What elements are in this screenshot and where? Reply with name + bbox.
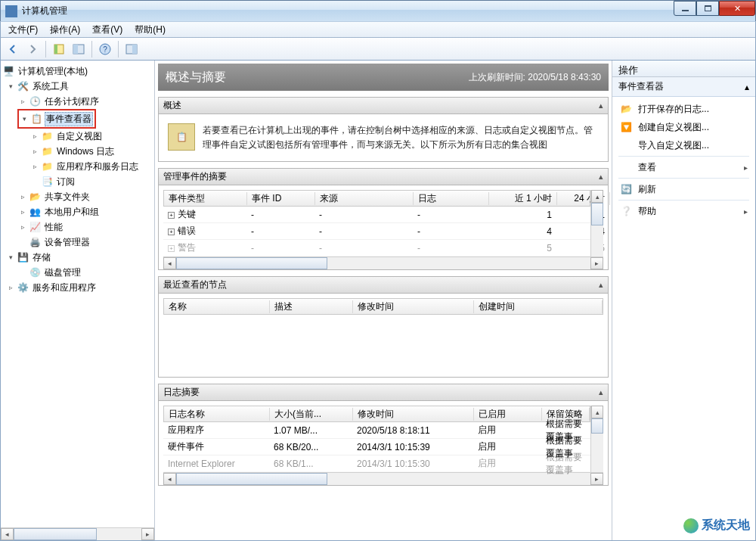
scroll-right-icon[interactable]: ▸ bbox=[590, 257, 603, 269]
scroll-left-icon[interactable]: ◂ bbox=[163, 257, 176, 269]
expand-icon[interactable]: + bbox=[168, 212, 175, 219]
tree-task-scheduler[interactable]: ▹🕒任务计划程序 bbox=[1, 94, 154, 109]
actions-section-title[interactable]: 事件查看器▴ bbox=[612, 77, 755, 97]
tree-event-viewer[interactable]: ▾📋事件查看器 bbox=[20, 111, 93, 126]
collapse-icon[interactable]: ▾ bbox=[7, 253, 15, 262]
grid-header[interactable]: 名称 描述 修改时间 创建时间 bbox=[163, 298, 603, 315]
table-row[interactable]: 应用程序1.07 MB/...2020/5/18 8:18:11启用根据需要覆盖… bbox=[163, 422, 590, 439]
action-refresh[interactable]: 🔄刷新 bbox=[612, 180, 755, 198]
col-log-name[interactable]: 日志名称 bbox=[164, 408, 270, 421]
col-log[interactable]: 日志 bbox=[414, 192, 489, 205]
tree-disk-management[interactable]: 💿磁盘管理 bbox=[1, 265, 154, 280]
expand-icon[interactable]: + bbox=[168, 229, 175, 235]
expand-icon[interactable]: ▹ bbox=[19, 208, 27, 216]
scroll-left-icon[interactable]: ◂ bbox=[163, 473, 176, 485]
table-row[interactable]: +错误---44 bbox=[163, 223, 590, 240]
recent-nodes-header[interactable]: 最近查看的节点▴ bbox=[159, 277, 608, 294]
expand-icon[interactable]: ▹ bbox=[19, 98, 27, 106]
expand-icon[interactable]: ▹ bbox=[19, 223, 27, 232]
scroll-up-icon[interactable]: ▴ bbox=[591, 190, 603, 203]
col-event-type[interactable]: 事件类型 bbox=[164, 192, 247, 205]
minimize-button[interactable] bbox=[674, 1, 696, 16]
table-row[interactable]: +关键---11 bbox=[163, 207, 590, 223]
help-button[interactable]: ? bbox=[96, 40, 114, 58]
scroll-left-icon[interactable]: ◂ bbox=[1, 528, 14, 540]
tree-performance[interactable]: ▹📈性能 bbox=[1, 219, 154, 235]
scroll-up-icon[interactable]: ▴ bbox=[591, 406, 603, 418]
scroll-thumb[interactable] bbox=[176, 257, 327, 269]
scroll-right-icon[interactable]: ▸ bbox=[590, 473, 603, 485]
action-pane-button[interactable] bbox=[122, 40, 141, 58]
tree-local-users[interactable]: ▹👥本地用户和组 bbox=[1, 204, 154, 219]
table-row[interactable]: Internet Explorer68 KB/1...2014/3/1 10:1… bbox=[163, 455, 590, 472]
scroll-track[interactable] bbox=[97, 528, 141, 540]
tree-root[interactable]: 🖥️计算机管理(本地) bbox=[1, 64, 154, 79]
tree-system-tools[interactable]: ▾🛠️系统工具 bbox=[1, 79, 154, 94]
scroll-right-icon[interactable]: ▸ bbox=[141, 528, 154, 540]
col-1hour[interactable]: 近 1 小时 bbox=[489, 192, 557, 205]
expand-icon[interactable]: ▹ bbox=[19, 193, 27, 201]
col-modified[interactable]: 修改时间 bbox=[353, 300, 474, 313]
action-view[interactable]: 查看▸ bbox=[612, 158, 755, 176]
forward-button[interactable] bbox=[23, 40, 42, 58]
scroll-thumb[interactable] bbox=[176, 473, 327, 485]
expand-icon[interactable]: + bbox=[168, 245, 175, 252]
col-created[interactable]: 创建时间 bbox=[474, 300, 603, 313]
action-create-custom-view[interactable]: 🔽创建自定义视图... bbox=[612, 118, 755, 136]
collapse-icon[interactable]: ▾ bbox=[20, 115, 29, 123]
tree-device-manager[interactable]: 🖨️设备管理器 bbox=[1, 235, 154, 250]
chevron-up-icon[interactable]: ▴ bbox=[599, 280, 603, 290]
tree-horizontal-scrollbar[interactable]: ◂ ▸ bbox=[1, 527, 154, 540]
chevron-up-icon[interactable]: ▴ bbox=[599, 387, 603, 397]
show-hide-tree-button[interactable] bbox=[50, 40, 68, 58]
menu-view[interactable]: 查看(V) bbox=[86, 22, 129, 38]
tree-subscriptions[interactable]: 📑订阅 bbox=[1, 174, 154, 189]
action-open-saved-log[interactable]: 📂打开保存的日志... bbox=[612, 100, 755, 118]
expand-icon[interactable]: ▹ bbox=[31, 148, 39, 156]
scroll-thumb[interactable] bbox=[591, 418, 603, 434]
grid-header[interactable]: 事件类型 事件 ID 来源 日志 近 1 小时 24 小时 bbox=[163, 190, 590, 207]
tree-windows-logs[interactable]: ▹📁Windows 日志 bbox=[1, 144, 154, 159]
table-row[interactable]: 硬件事件68 KB/20...2014/3/1 10:15:39启用根据需要覆盖… bbox=[163, 439, 590, 455]
chevron-up-icon[interactable]: ▴ bbox=[745, 82, 749, 92]
expand-icon[interactable]: ▹ bbox=[7, 284, 15, 292]
col-name[interactable]: 名称 bbox=[164, 300, 270, 313]
log-summary-header[interactable]: 日志摘要▴ bbox=[159, 384, 608, 401]
navigation-tree[interactable]: 🖥️计算机管理(本地) ▾🛠️系统工具 ▹🕒任务计划程序 ▾📋事件查看器 ▹📁自… bbox=[1, 61, 154, 298]
menu-file[interactable]: 文件(F) bbox=[2, 22, 44, 38]
tree-storage[interactable]: ▾💾存储 bbox=[1, 250, 154, 265]
horizontal-scrollbar[interactable]: ◂▸ bbox=[163, 472, 603, 485]
action-help[interactable]: ❔帮助▸ bbox=[612, 202, 755, 220]
expand-icon[interactable]: ▹ bbox=[31, 132, 39, 141]
col-event-id[interactable]: 事件 ID bbox=[247, 192, 315, 205]
menu-action[interactable]: 操作(A) bbox=[44, 22, 86, 38]
tree-custom-views[interactable]: ▹📁自定义视图 bbox=[1, 129, 154, 144]
action-import-custom-view[interactable]: 导入自定义视图... bbox=[612, 136, 755, 154]
tree-shared-folders[interactable]: ▹📂共享文件夹 bbox=[1, 189, 154, 204]
col-desc[interactable]: 描述 bbox=[270, 300, 353, 313]
chevron-up-icon[interactable]: ▴ bbox=[599, 172, 603, 182]
tree-services-apps[interactable]: ▹⚙️服务和应用程序 bbox=[1, 280, 154, 295]
tree-app-service-logs[interactable]: ▹📁应用程序和服务日志 bbox=[1, 159, 154, 174]
col-modified[interactable]: 修改时间 bbox=[353, 408, 474, 421]
chevron-up-icon[interactable]: ▴ bbox=[599, 101, 603, 110]
expand-icon[interactable]: ▹ bbox=[31, 163, 39, 171]
col-enabled[interactable]: 已启用 bbox=[474, 408, 542, 421]
vertical-scrollbar[interactable]: ▴ bbox=[590, 406, 603, 472]
col-size[interactable]: 大小(当前... bbox=[270, 408, 353, 421]
description-panel-header[interactable]: 概述▴ bbox=[159, 98, 608, 114]
table-row[interactable]: +警告---55 bbox=[163, 240, 590, 257]
horizontal-scrollbar[interactable]: ◂▸ bbox=[163, 257, 603, 269]
col-source[interactable]: 来源 bbox=[315, 192, 414, 205]
scroll-thumb[interactable] bbox=[591, 203, 603, 225]
grid-header[interactable]: 日志名称 大小(当前... 修改时间 已启用 保留策略 bbox=[163, 406, 590, 422]
close-button[interactable]: ✕ bbox=[719, 1, 755, 16]
menu-help[interactable]: 帮助(H) bbox=[129, 22, 172, 38]
back-button[interactable] bbox=[4, 40, 22, 58]
vertical-scrollbar[interactable]: ▴ bbox=[590, 190, 603, 257]
maximize-button[interactable] bbox=[696, 1, 719, 16]
summary-panel-header[interactable]: 管理事件的摘要▴ bbox=[159, 169, 608, 185]
collapse-icon[interactable]: ▾ bbox=[7, 82, 15, 91]
properties-button[interactable] bbox=[70, 40, 88, 58]
scroll-thumb[interactable] bbox=[14, 528, 97, 540]
